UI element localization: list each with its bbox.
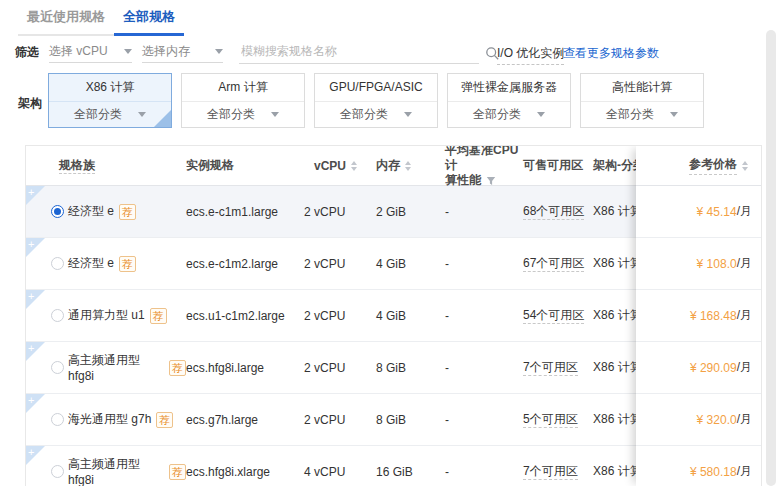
corner-plus-icon: + bbox=[26, 290, 45, 309]
vcpu-value: 2 vCPU bbox=[304, 309, 376, 323]
architecture-label: 架构 bbox=[18, 95, 42, 112]
arch-box-arm[interactable]: Arm 计算 全部分类 bbox=[181, 73, 305, 128]
chevron-down-icon bbox=[138, 112, 146, 117]
arch-value: X86 计算 bbox=[589, 307, 638, 324]
family-name: 高主频通用型 hfg8i bbox=[68, 456, 164, 486]
corner-plus-icon: + bbox=[26, 238, 45, 257]
chevron-down-icon bbox=[670, 112, 678, 117]
memory-value: 2 GiB bbox=[376, 205, 441, 219]
memory-select-value: 选择内存 bbox=[142, 43, 190, 60]
perf-value: - bbox=[441, 205, 523, 219]
header-memory[interactable]: 内存 bbox=[376, 157, 441, 174]
header-vcpu[interactable]: vCPU bbox=[304, 159, 376, 173]
zones-link[interactable]: 7个可用区 bbox=[523, 464, 578, 480]
header-zones: 可售可用区 bbox=[523, 157, 589, 174]
arch-name: GPU/FPGA/ASIC bbox=[315, 74, 437, 102]
family-name: 通用算力型 u1 bbox=[68, 307, 145, 324]
corner-plus-icon: + bbox=[26, 342, 45, 361]
recommend-badge: 荐 bbox=[156, 412, 173, 428]
memory-value: 16 GiB bbox=[376, 465, 441, 479]
arch-category-value: 全部分类 bbox=[606, 106, 654, 123]
arch-name: 高性能计算 bbox=[581, 74, 703, 102]
recommend-badge: 荐 bbox=[169, 360, 186, 376]
table-row[interactable]: + 高主频通用型 hfg8i 荐 ecs.hfg8i.large 2 vCPU … bbox=[26, 342, 638, 394]
vcpu-value: 2 vCPU bbox=[304, 361, 376, 375]
header-spec: 实例规格 bbox=[186, 157, 304, 174]
zones-link[interactable]: 54个可用区 bbox=[523, 308, 584, 324]
instance-spec: ecs.g7h.large bbox=[186, 413, 304, 427]
arch-box-x86[interactable]: X86 计算 全部分类 ✓ bbox=[48, 73, 172, 128]
arch-name: Arm 计算 bbox=[182, 74, 304, 102]
instance-spec: ecs.hfg8i.large bbox=[186, 361, 304, 375]
row-radio[interactable] bbox=[51, 205, 64, 218]
vertical-scrollbar[interactable] bbox=[766, 30, 776, 486]
arch-category-select[interactable]: 全部分类 bbox=[581, 102, 703, 127]
filter-label: 筛选 bbox=[15, 44, 39, 61]
table-row[interactable]: + 经济型 e 荐 ecs.e-c1m1.large 2 vCPU 2 GiB … bbox=[26, 186, 638, 238]
table-row[interactable]: + 经济型 e 荐 ecs.e-c1m2.large 2 vCPU 4 GiB … bbox=[26, 238, 638, 290]
vcpu-select[interactable]: 选择 vCPU bbox=[49, 40, 132, 63]
chevron-down-icon bbox=[215, 49, 223, 54]
row-radio[interactable] bbox=[51, 309, 64, 322]
tab-all-specs[interactable]: 全部规格 bbox=[114, 4, 184, 36]
table-row[interactable]: + 海光通用型 g7h 荐 ecs.g7h.large 2 vCPU 8 GiB… bbox=[26, 394, 638, 446]
vcpu-value: 2 vCPU bbox=[304, 257, 376, 271]
memory-value: 8 GiB bbox=[376, 413, 441, 427]
arch-category-select[interactable]: 全部分类 bbox=[182, 102, 304, 127]
spec-search-input[interactable] bbox=[239, 40, 479, 64]
recommend-badge: 荐 bbox=[169, 464, 186, 480]
row-radio[interactable] bbox=[51, 413, 64, 426]
chevron-down-icon bbox=[271, 112, 279, 117]
selected-check-icon: ✓ bbox=[154, 110, 171, 127]
row-radio[interactable] bbox=[51, 257, 64, 270]
price-value: ¥ 290.09/月 bbox=[636, 342, 761, 394]
filter-funnel-icon[interactable] bbox=[486, 176, 496, 186]
table-row[interactable]: + 通用算力型 u1 荐 ecs.u1-c1m2.large 2 vCPU 4 … bbox=[26, 290, 638, 342]
table-row[interactable]: + 高主频通用型 hfg8i 荐 ecs.hfg8i.xlarge 4 vCPU… bbox=[26, 446, 638, 486]
zones-link[interactable]: 7个可用区 bbox=[523, 360, 578, 376]
sort-arrows-icon[interactable] bbox=[742, 161, 748, 171]
corner-plus-icon: + bbox=[26, 186, 45, 205]
table-header-row: 规格族 实例规格 vCPU 内存 平均基准CPU计 算性能 bbox=[26, 146, 638, 186]
arch-box-gpu-fpga-asic[interactable]: GPU/FPGA/ASIC 全部分类 bbox=[314, 73, 438, 128]
sort-arrows-icon[interactable] bbox=[405, 161, 411, 171]
vcpu-value: 2 vCPU bbox=[304, 413, 376, 427]
recommend-badge: 荐 bbox=[150, 308, 167, 324]
corner-plus-icon: + bbox=[26, 446, 45, 465]
arch-category-select[interactable]: 全部分类 bbox=[49, 102, 171, 127]
arch-value: X86 计算 bbox=[589, 255, 638, 272]
vcpu-select-value: 选择 vCPU bbox=[49, 43, 108, 60]
corner-plus-icon: + bbox=[26, 394, 45, 413]
arch-name: 弹性裸金属服务器 bbox=[448, 74, 570, 102]
spec-search bbox=[239, 40, 500, 64]
chevron-down-icon bbox=[537, 112, 545, 117]
chevron-down-icon bbox=[124, 49, 132, 54]
instance-spec: ecs.e-c1m1.large bbox=[186, 205, 304, 219]
arch-value: X86 计算 bbox=[589, 463, 638, 480]
row-radio[interactable] bbox=[51, 361, 64, 374]
arch-box-baremetal[interactable]: 弹性裸金属服务器 全部分类 bbox=[447, 73, 571, 128]
arch-category-select[interactable]: 全部分类 bbox=[315, 102, 437, 127]
family-name: 经济型 e bbox=[68, 255, 114, 272]
row-radio[interactable] bbox=[51, 465, 64, 478]
instance-spec-table: 规格族 实例规格 vCPU 内存 平均基准CPU计 算性能 bbox=[25, 145, 762, 486]
memory-select[interactable]: 选择内存 bbox=[142, 40, 223, 63]
arch-value: X86 计算 bbox=[589, 411, 638, 428]
zones-link[interactable]: 68个可用区 bbox=[523, 204, 584, 220]
zones-link[interactable]: 5个可用区 bbox=[523, 412, 578, 428]
arch-category-value: 全部分类 bbox=[473, 106, 521, 123]
arch-value: X86 计算 bbox=[589, 203, 638, 220]
arch-box-hpc[interactable]: 高性能计算 全部分类 bbox=[580, 73, 704, 128]
header-price[interactable]: 参考价格 bbox=[636, 146, 761, 186]
arch-category-value: 全部分类 bbox=[207, 106, 255, 123]
tab-recent-specs[interactable]: 最近使用规格 bbox=[18, 4, 114, 36]
io-optimized-label[interactable]: I/O 优化实例 bbox=[497, 45, 564, 65]
arch-value: X86 计算 bbox=[589, 359, 638, 376]
arch-category-select[interactable]: 全部分类 bbox=[448, 102, 570, 127]
sort-arrows-icon[interactable] bbox=[351, 161, 357, 171]
header-arch-category: 架构-分类 bbox=[589, 157, 638, 174]
zones-link[interactable]: 67个可用区 bbox=[523, 256, 584, 272]
table-scroll-area[interactable]: 规格族 实例规格 vCPU 内存 平均基准CPU计 算性能 bbox=[26, 146, 638, 486]
family-name: 经济型 e bbox=[68, 203, 114, 220]
more-spec-params-link[interactable]: 查看更多规格参数 bbox=[563, 45, 659, 62]
